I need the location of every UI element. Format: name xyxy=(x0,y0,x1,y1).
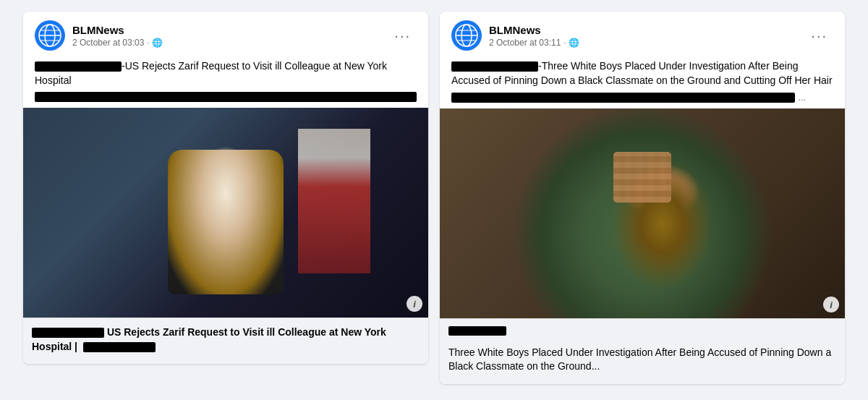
avatar-left[interactable] xyxy=(35,20,65,51)
redacted-inline-left xyxy=(35,61,122,72)
redacted-full-left xyxy=(35,92,417,102)
post-header-left: BLMNews 2 October at 03:03 · 🌐 ··· xyxy=(23,12,428,56)
link-title-text-right: Three White Boys Placed Under Investigat… xyxy=(448,346,831,373)
post-text-left: -US Rejects Zarif Request to Visit ill C… xyxy=(35,59,417,88)
post-time-left: 2 October at 03:03 · 🌐 xyxy=(72,38,163,48)
post-meta-right: BLMNews 2 October at 03:11 · 🌐 xyxy=(489,23,579,48)
avatar-right[interactable] xyxy=(451,20,482,51)
page-name-right[interactable]: BLMNews xyxy=(489,23,579,38)
globe-icon-right: · xyxy=(563,38,566,47)
post-card-left: BLMNews 2 October at 03:03 · 🌐 ··· -US R… xyxy=(23,12,428,364)
redacted-full-right xyxy=(451,93,795,103)
post-text-right: -Three White Boys Placed Under Investiga… xyxy=(451,59,833,88)
pixelated-face xyxy=(613,152,671,203)
post-image-right: i xyxy=(440,108,845,318)
post-time-right: 2 October at 03:11 · 🌐 xyxy=(489,38,579,48)
link-preview-title-left: US Rejects Zarif Request to Visit ill Co… xyxy=(32,325,420,354)
post-card-right: BLMNews 2 October at 03:11 · 🌐 ··· -Thre… xyxy=(440,12,845,384)
more-options-right[interactable]: ··· xyxy=(805,25,833,46)
link-preview-main-title-right: Three White Boys Placed Under Investigat… xyxy=(448,346,836,374)
link-preview-right[interactable]: Three White Boys Placed Under Investigat… xyxy=(440,318,845,384)
redacted-title-left-2 xyxy=(83,342,156,352)
globe-icon-left: · xyxy=(147,38,149,47)
post-header-right-content: BLMNews 2 October at 03:11 · 🌐 xyxy=(451,20,579,51)
link-preview-title-right xyxy=(448,326,836,343)
link-preview-left[interactable]: US Rejects Zarif Request to Visit ill Co… xyxy=(23,318,428,364)
globe-symbol-right: 🌐 xyxy=(569,38,579,48)
post-body-left: -US Rejects Zarif Request to Visit ill C… xyxy=(23,56,428,108)
post-header-right: BLMNews 2 October at 03:11 · 🌐 ··· xyxy=(440,12,845,56)
redacted-preview-right xyxy=(448,326,506,336)
time-text-left: 2 October at 03:03 xyxy=(72,38,144,48)
redacted-inline-right xyxy=(451,61,538,72)
redacted-title-left xyxy=(32,328,104,338)
post-meta-left: BLMNews 2 October at 03:03 · 🌐 xyxy=(72,23,163,48)
more-options-left[interactable]: ··· xyxy=(388,25,417,46)
globe-symbol-left: 🌐 xyxy=(152,38,163,48)
post-body-right: -Three White Boys Placed Under Investiga… xyxy=(440,56,845,108)
time-text-right: 2 October at 03:11 xyxy=(489,38,561,48)
post-image-visual-left xyxy=(23,108,428,318)
ellipsis-right: ... xyxy=(798,92,806,103)
post-redacted-line-right: ... xyxy=(451,92,833,103)
post-image-left: i xyxy=(23,108,428,318)
post-image-visual-right xyxy=(440,108,845,318)
post-header-left-content: BLMNews 2 October at 03:03 · 🌐 xyxy=(35,20,163,51)
page-name-left[interactable]: BLMNews xyxy=(72,23,163,38)
